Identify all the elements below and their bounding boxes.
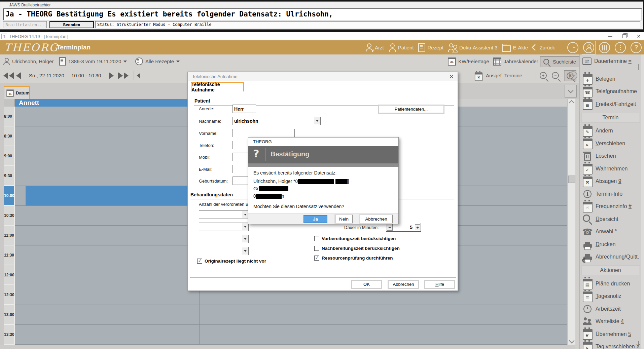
schedule-dropdown-button[interactable] (565, 85, 577, 98)
ja-button[interactable]: Ja (303, 215, 327, 223)
sidebar-item-drucken[interactable]: Drucken (580, 238, 641, 251)
minimize-icon[interactable] (608, 36, 612, 37)
sidebar-item-anwahl[interactable]: ☎Anwahl ° (580, 226, 641, 238)
close-icon[interactable]: ✕ (637, 34, 641, 39)
sidebar-scroll-down-button[interactable] (638, 341, 639, 347)
patient-button[interactable]: Patient (389, 43, 414, 52)
behandlung-combo-3[interactable] (199, 235, 249, 243)
checkbox-icon[interactable] (314, 246, 319, 251)
sidebar-item-übernehmen-5[interactable]: Übernehmen 5 (580, 328, 641, 341)
behandlung-combo-2[interactable] (199, 223, 249, 231)
confirm-abbrechen-button[interactable]: Abbrechen (360, 215, 393, 223)
vorbereitungszeit-checkbox-row[interactable]: Vorbereitungszeit berücksichtigen (314, 236, 396, 241)
sidebar-item-frequenzinfo[interactable]: Frequenzinfo # (580, 200, 641, 213)
suchleiste-toggle-button[interactable]: Suchleiste (540, 56, 580, 67)
decrement-button[interactable]: − (387, 224, 393, 231)
rezept-button[interactable]: Rezept (418, 43, 443, 52)
dialog-titlebar[interactable]: Telefonische Aufnahme (188, 72, 458, 81)
rezept-filter-selector[interactable]: Alle Rezepte (135, 54, 180, 68)
checkbox-checked-icon[interactable] (197, 259, 202, 264)
more-options-button[interactable] (615, 42, 626, 53)
schedule-cell[interactable] (200, 305, 567, 325)
current-patient-button[interactable]: Ulrichsohn, Holger (3, 54, 53, 68)
scroll-up-button[interactable] (568, 99, 575, 106)
dauertermine-button[interactable]: Dauertermine = (580, 54, 641, 68)
schedule-cell-annett[interactable] (15, 305, 200, 325)
chevron-down-icon[interactable] (242, 247, 248, 255)
arzt-button[interactable]: Arzt (365, 43, 384, 52)
behandlung-combo-4[interactable] (199, 247, 249, 255)
behandlung-combo-1[interactable] (199, 210, 249, 219)
timer-button[interactable] (569, 68, 577, 83)
schedule-cell-annett[interactable] (15, 325, 200, 345)
history-button[interactable] (567, 42, 578, 53)
scrollbar-thumb[interactable] (568, 176, 575, 183)
nachbereitungszeit-checkbox-row[interactable]: Nachbereitungszeit berücksichtigen (314, 246, 400, 251)
nein-button[interactable]: Nein (335, 215, 353, 223)
settings-button[interactable] (599, 42, 610, 53)
sidebar-item-löschen[interactable]: Löschen (580, 150, 641, 163)
sidebar-item-übersicht[interactable]: Übersicht (580, 213, 641, 226)
chevron-down-icon[interactable] (242, 223, 248, 230)
ressourcen-checkbox-row[interactable]: Ressourcenprüfung durchführen (314, 256, 393, 261)
tab-telefonische-aufnahme[interactable]: Telefonische Aufnahme (191, 82, 244, 91)
sidebar-item-verschieben[interactable]: Verschieben (580, 137, 641, 150)
zurueck-button[interactable]: Zurück (533, 45, 555, 50)
prev-week-button[interactable] (3, 68, 14, 83)
sidebar-item-warteliste-4[interactable]: Warteliste 4 (580, 315, 641, 328)
tab-datum[interactable]: 31 Datum (4, 86, 30, 99)
schedule-cell-annett[interactable] (15, 285, 200, 305)
zoom-in-button[interactable]: + (540, 68, 547, 83)
schedule-cell-annett[interactable] (15, 265, 200, 285)
selected-slot-annett[interactable] (15, 186, 200, 206)
next-day-button[interactable] (109, 68, 114, 83)
originalrezept-checkbox-row[interactable]: Originalrezept liegt nicht vor (197, 259, 266, 264)
help-button[interactable] (631, 42, 642, 53)
schedule-cell-annett[interactable] (15, 226, 200, 245)
sidebar-item-belegen[interactable]: Belegen (580, 73, 641, 85)
sidebar-item-arbeitszeit[interactable]: Arbeitszeit (580, 303, 641, 315)
schedule-cell-annett[interactable] (15, 166, 200, 186)
e-akte-button[interactable]: E-Akte (502, 43, 528, 52)
sidebar-item-absagen-9[interactable]: Absagen 9 (580, 175, 641, 188)
next-week-button[interactable] (118, 68, 129, 83)
kw-feiertage-button[interactable]: 31 KW/Feiertage (448, 54, 489, 68)
close-icon[interactable]: ✕ (449, 74, 454, 80)
schedule-scrollbar[interactable] (567, 99, 575, 345)
sidebar-item-abrechnung-quitt[interactable]: €Abrechnung/Quitt. (580, 251, 641, 264)
schedule-cell-annett[interactable] (15, 146, 200, 166)
checkbox-checked-icon[interactable] (314, 256, 319, 261)
jahreskalender-button[interactable]: Jahreskalender (493, 54, 538, 68)
schedule-cell[interactable] (200, 325, 567, 345)
patientendaten-button[interactable]: Patientendaten... (378, 105, 444, 114)
sidebar-item-tag-verschieben-x[interactable]: Tag verschieben X (580, 341, 641, 349)
chevron-down-icon[interactable] (242, 235, 248, 242)
collapse-pane-button[interactable] (137, 68, 140, 83)
confirm-titlebar[interactable]: THEORG (248, 138, 398, 146)
chevron-down-icon[interactable] (314, 117, 320, 124)
sidebar-scroll-up-button[interactable] (638, 65, 639, 71)
rezept-selector[interactable]: 1386-3 vom 19.11.2020 (59, 54, 127, 68)
chevron-down-icon[interactable] (242, 211, 248, 218)
doku-assistent-button[interactable]: Doku-Assistent 3 (448, 43, 497, 52)
therapist-column-header[interactable]: Annett (15, 99, 200, 107)
scroll-down-button[interactable] (568, 338, 575, 345)
schedule-cell-annett[interactable] (15, 126, 200, 146)
abbrechen-button[interactable]: Abbrechen (388, 280, 419, 289)
schedule-cell-annett[interactable] (15, 206, 200, 226)
schedule-cell-annett[interactable] (15, 245, 200, 265)
ausgef-termine-button[interactable]: Ausgef. Termine (474, 68, 522, 83)
sidebar-item-termin-info[interactable]: iTermin-Info (580, 188, 641, 200)
nachname-combo[interactable]: ulrichsohn (232, 117, 321, 125)
vorname-field[interactable] (232, 129, 295, 137)
hilfe-button[interactable]: Hilfe (424, 280, 455, 289)
increment-button[interactable]: + (415, 224, 420, 230)
ok-button[interactable]: OK (351, 280, 382, 289)
sidebar-item-pläne-drucken[interactable]: Pläne drucken (580, 277, 641, 290)
schedule-cell-annett[interactable] (15, 107, 200, 126)
sidebar-item-wahrnehmen[interactable]: Wahrnehmen (580, 162, 641, 175)
sidebar-item-freitext-fahrtzeit[interactable]: Freitext/Fahrtzeit (580, 98, 641, 111)
sidebar-item-ändern[interactable]: Ändern (580, 125, 641, 138)
anrede-field[interactable]: Herr (232, 105, 256, 113)
sidebar-item-telefonaufnahme[interactable]: Telefonaufnahme (580, 85, 641, 98)
